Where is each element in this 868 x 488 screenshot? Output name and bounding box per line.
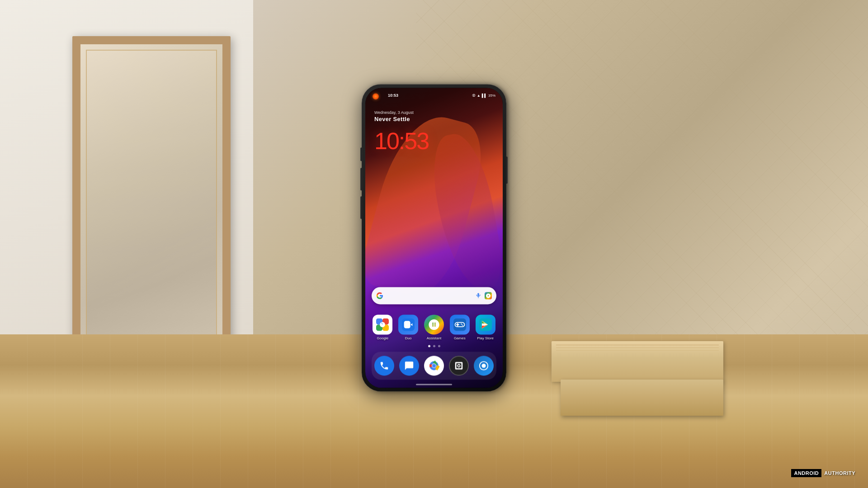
dock-chrome[interactable]	[424, 356, 444, 375]
battery-icon: 35%	[488, 94, 495, 98]
app-play-store[interactable]: Play Store	[476, 314, 495, 340]
google-app-icon	[373, 314, 392, 334]
duo-app-icon	[398, 314, 418, 334]
page-dots	[365, 345, 503, 347]
dock-camera[interactable]	[449, 356, 469, 375]
phone: 10:53 ⦿ ▲ ▌▌ 35% Wednesday, 3 August Nev…	[362, 84, 506, 391]
front-camera	[373, 93, 379, 99]
app-assistant[interactable]: Assistant	[424, 314, 444, 340]
book-bottom	[561, 380, 723, 416]
play-store-app-label: Play Store	[477, 336, 494, 340]
home-indicator[interactable]	[416, 384, 452, 385]
svg-point-15	[482, 364, 486, 368]
power-button[interactable]	[506, 156, 508, 183]
google-search-bar[interactable]	[372, 287, 496, 304]
motto-text: Never Settle	[374, 116, 414, 122]
svg-point-5	[380, 322, 386, 328]
phone-body: 10:53 ⦿ ▲ ▌▌ 35% Wednesday, 3 August Nev…	[362, 84, 506, 391]
app-google[interactable]: Google	[373, 314, 392, 340]
dock-phone[interactable]	[374, 356, 394, 375]
status-bar: 10:53 ⦿ ▲ ▌▌ 35%	[365, 88, 503, 100]
games-app-label: Games	[454, 336, 466, 340]
microphone-icon[interactable]	[475, 292, 482, 299]
google-lens-icon[interactable]	[485, 292, 492, 299]
status-icons: ⦿ ▲ ▌▌ 35%	[472, 94, 495, 98]
volume-down-button[interactable]	[360, 196, 362, 219]
app-grid: Google Duo	[370, 314, 498, 340]
bluetooth-icon: ⦿	[472, 94, 476, 98]
date-section: Wednesday, 3 August Never Settle	[374, 110, 414, 122]
watermark: ANDROID AUTHORITY	[791, 469, 855, 477]
dock-oneplus[interactable]	[474, 356, 494, 375]
page-dot-2[interactable]	[433, 345, 435, 347]
svg-point-13	[432, 364, 436, 367]
books	[552, 307, 723, 416]
duo-app-label: Duo	[405, 336, 412, 340]
google-app-label: Google	[377, 336, 388, 340]
dock-messages[interactable]	[399, 356, 419, 375]
page-dot-1[interactable]	[428, 345, 430, 347]
assistant-app-label: Assistant	[427, 336, 441, 340]
date-text: Wednesday, 3 August	[374, 110, 414, 115]
app-duo[interactable]: Duo	[398, 314, 418, 340]
watermark-brand: ANDROID	[791, 469, 821, 477]
phone-screen: 10:53 ⦿ ▲ ▌▌ 35% Wednesday, 3 August Nev…	[365, 88, 503, 388]
alert-slider[interactable]	[360, 147, 362, 161]
status-time: 10:53	[388, 93, 398, 98]
volume-up-button[interactable]	[360, 168, 362, 190]
wifi-icon: ▲	[477, 94, 481, 98]
app-games[interactable]: Games	[450, 314, 470, 340]
frame-inner	[86, 50, 217, 375]
dock	[372, 352, 496, 380]
signal-icon: ▌▌	[482, 94, 487, 98]
book-top	[552, 341, 723, 382]
assistant-app-icon	[424, 314, 444, 334]
play-store-app-icon	[476, 314, 495, 334]
page-dot-3[interactable]	[438, 345, 440, 347]
google-g-logo	[376, 292, 383, 299]
games-app-icon	[450, 314, 470, 334]
watermark-authority: AUTHORITY	[824, 470, 855, 476]
clock-display: 10:53	[374, 127, 429, 155]
